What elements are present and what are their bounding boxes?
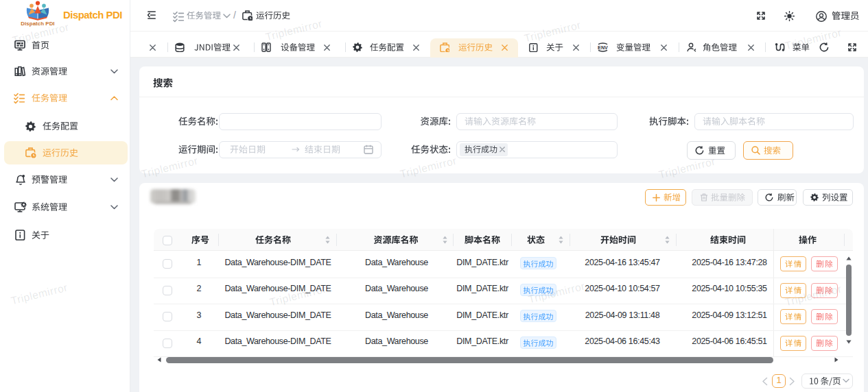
svg-text:ENV: ENV bbox=[598, 45, 608, 51]
